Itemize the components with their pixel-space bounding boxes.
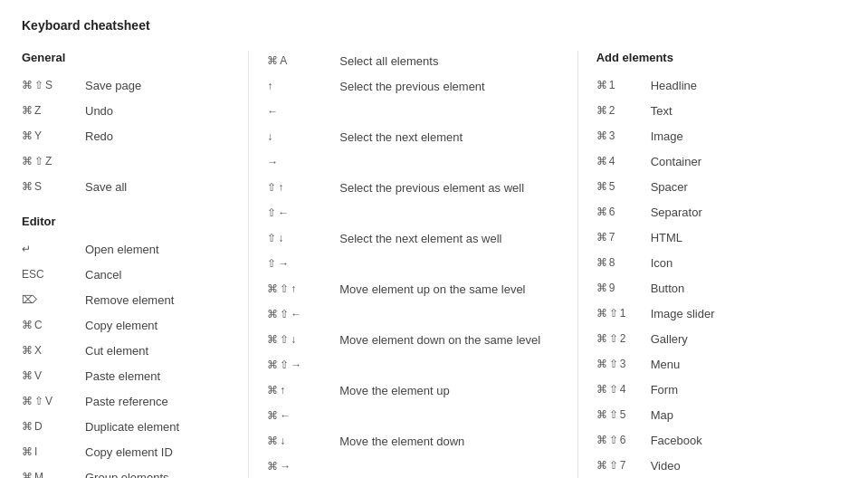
shortcut-label: Video — [651, 459, 681, 473]
shortcut-label: Paste element — [85, 369, 160, 383]
shortcut-row: ⌘⇧V Paste reference — [22, 391, 230, 411]
key-combo: ⇧← — [267, 206, 339, 219]
shortcut-label: Headline — [651, 79, 697, 92]
shortcut-label: Move element down on the same level — [339, 333, 540, 347]
shortcut-row: ⌘7 HTML — [596, 227, 846, 247]
shortcut-row: ⌘C Copy element — [22, 315, 230, 335]
key-combo: ⌘↑ — [267, 384, 339, 397]
shortcut-label: Duplicate element — [85, 420, 179, 434]
shortcut-label: Open element — [85, 243, 159, 256]
key-combo: ⌘7 — [596, 231, 651, 244]
shortcut-label: HTML — [651, 231, 682, 244]
key-combo: ⌘⇧↑ — [267, 282, 339, 295]
shortcut-label: Cancel — [85, 268, 121, 282]
key-combo: ⌘⇧6 — [596, 434, 651, 446]
key-combo: ⌘Y — [22, 129, 85, 142]
middle-section: ⌘A Select all elements ↑ Select the prev… — [248, 51, 577, 478]
shortcut-row: ⌘⇧5 Map — [596, 405, 846, 425]
key-combo: ⌘8 — [596, 256, 651, 269]
shortcut-row: ⌘Y Redo — [22, 126, 230, 146]
shortcut-row: ↵ Open element — [22, 239, 230, 259]
key-combo: ← — [267, 105, 339, 118]
add-elements-title: Add elements — [596, 51, 846, 64]
shortcut-row: ⌘⇧S Save page — [22, 75, 230, 95]
key-combo: ⌘⇧V — [22, 395, 85, 407]
shortcut-label: Move the element up — [339, 384, 449, 397]
shortcut-label: Select the next element as well — [339, 232, 501, 245]
key-combo: ESC — [22, 268, 85, 281]
shortcut-row: ⌘3 Image — [596, 126, 846, 146]
key-combo: ⌘⇧5 — [596, 408, 651, 421]
shortcut-row: ⌘⇧7 Video — [596, 455, 846, 475]
shortcut-row: ⌘2 Text — [596, 100, 846, 120]
key-combo: ⌘← — [267, 409, 339, 422]
key-combo: ⌘4 — [596, 155, 651, 167]
key-combo: ⌘⇧2 — [596, 332, 651, 345]
key-combo: ⌘1 — [596, 79, 651, 91]
shortcut-row: ⌘A Select all elements — [267, 51, 558, 71]
key-combo: ⇧↑ — [267, 181, 339, 194]
key-combo: ⌘6 — [596, 206, 651, 218]
shortcut-row: ⌘8 Icon — [596, 253, 846, 272]
shortcut-row: ⇧← — [267, 203, 558, 223]
shortcut-row: ⌘D Duplicate element — [22, 416, 230, 436]
shortcut-row: ⌘⇧6 Facebook — [596, 430, 846, 450]
key-combo: ⌘⇧→ — [267, 358, 339, 371]
shortcut-label: Cut element — [85, 344, 148, 358]
key-combo: → — [267, 156, 339, 168]
shortcut-row: ⌘6 Separator — [596, 202, 846, 222]
shortcut-label: Move the element down — [339, 435, 464, 448]
key-combo: ⇧→ — [267, 257, 339, 270]
shortcut-label: Text — [651, 104, 672, 118]
editor-title: Editor — [22, 215, 230, 228]
key-combo: ⌘X — [22, 344, 85, 357]
shortcut-row: ⌦ Remove element — [22, 290, 230, 310]
shortcut-label: Facebook — [651, 434, 702, 447]
shortcut-row: ⇧↓ Select the next element as well — [267, 228, 558, 248]
shortcut-label: Select the previous element as well — [339, 181, 524, 195]
key-combo: ⇧↓ — [267, 232, 339, 244]
key-combo: ↓ — [267, 130, 339, 143]
shortcut-label: Form — [651, 383, 678, 397]
shortcut-row: ⌘S Save all — [22, 177, 230, 196]
shortcut-row: ⌘X Cut element — [22, 340, 230, 360]
shortcut-label: Select all elements — [339, 54, 438, 68]
shortcut-row: ⇧→ — [267, 253, 558, 273]
key-combo: ⌘2 — [596, 104, 651, 117]
shortcut-row: ⌘5 Spacer — [596, 177, 846, 196]
key-combo: ⌘⇧↓ — [267, 333, 339, 346]
key-combo: ⌘C — [22, 319, 85, 331]
shortcut-row: → — [267, 152, 558, 172]
key-combo: ⌘M — [22, 471, 85, 478]
general-title: General — [22, 51, 230, 64]
shortcut-row: ⌘⇧3 Menu — [596, 354, 846, 374]
key-combo: ⌘↓ — [267, 435, 339, 447]
key-combo: ↑ — [267, 80, 339, 92]
key-combo: ⌘Z — [22, 104, 85, 117]
shortcut-row: ⌘Z Undo — [22, 100, 230, 120]
shortcut-label: Separator — [651, 206, 702, 219]
shortcut-row: ⌘⇧4 Form — [596, 379, 846, 399]
shortcut-label: Copy element ID — [85, 445, 173, 459]
key-combo: ⌘⇧1 — [596, 307, 651, 320]
shortcut-row: ⌘⇧Z — [22, 151, 230, 171]
shortcut-row: ⌘← — [267, 406, 558, 425]
shortcut-row: ⌘→ — [267, 456, 558, 476]
shortcut-label: Map — [651, 408, 673, 422]
key-combo: ⌘5 — [596, 180, 651, 193]
shortcut-row: ⌘⇧← — [267, 304, 558, 324]
shortcut-label: Container — [651, 155, 701, 168]
key-combo: ⌘⇧3 — [596, 358, 651, 370]
shortcut-row: ← — [267, 101, 558, 121]
general-section: General ⌘⇧S Save page ⌘Z Undo ⌘Y Redo ⌘⇧… — [22, 51, 248, 478]
shortcut-label: Save all — [85, 180, 127, 194]
shortcut-row: ⌘4 Container — [596, 151, 846, 171]
shortcut-row: ⌘1 Headline — [596, 75, 846, 95]
shortcut-label: Select the previous element — [339, 80, 484, 93]
key-combo: ⌘I — [22, 445, 85, 458]
shortcut-label: Icon — [651, 256, 673, 270]
shortcut-label: Image slider — [651, 307, 715, 320]
key-combo: ⌘V — [22, 369, 85, 382]
shortcut-label: Select the next element — [339, 130, 463, 144]
shortcut-label: Move element up on the same level — [339, 282, 525, 296]
